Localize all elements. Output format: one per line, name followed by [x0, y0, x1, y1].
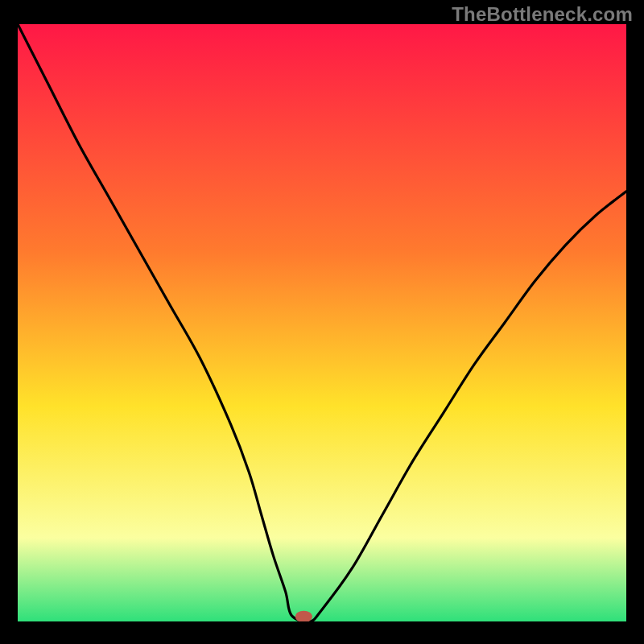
plot-area — [18, 24, 626, 621]
gradient-background — [18, 24, 626, 621]
chart-frame: TheBottleneck.com — [0, 0, 644, 644]
watermark-text: TheBottleneck.com — [452, 3, 633, 26]
bottleneck-curve-chart — [18, 24, 626, 621]
